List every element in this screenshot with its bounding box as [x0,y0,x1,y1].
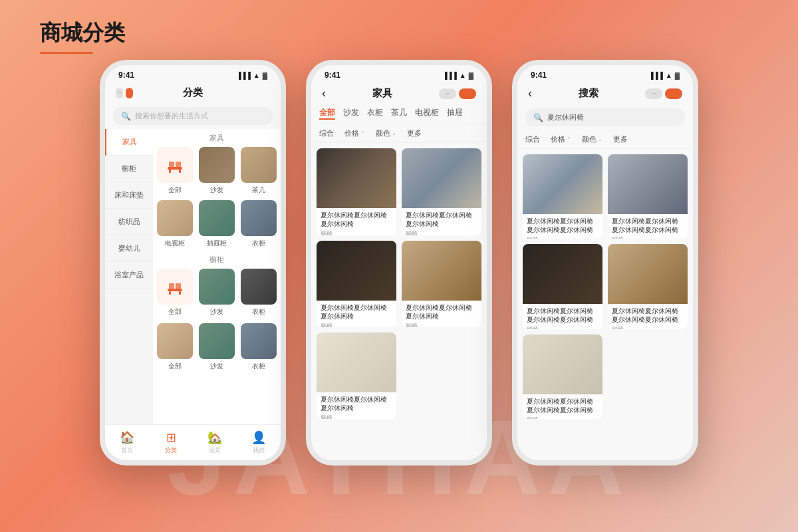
furniture-all-icon [165,155,185,175]
product-img-4 [402,241,481,301]
color-arrow-3: ⌄ [598,136,602,142]
product-card-3[interactable]: 夏尔休闲椅夏尔休闲椅夏尔休闲椅 躺椅 ¥88888.88 ¥188899.88 [317,241,396,327]
search-bar-3[interactable]: 🔍 夏尔休闲椅 [525,108,685,126]
cat-item-tvcabinet[interactable]: 电视柜 [157,200,194,248]
cat-item-table1[interactable]: 茶几 [240,147,277,195]
product-grid-2: 夏尔休闲椅夏尔休闲椅夏尔休闲椅 躺椅 ¥888 ¥1899 夏尔休闲椅夏尔休闲椅… [311,143,487,424]
sidebar-item-furniture[interactable]: 家具 [105,129,153,156]
product-img-3-4 [608,244,688,304]
filter-comprehensive-3[interactable]: 综合 [525,134,540,144]
tab-scene[interactable]: 🏡 场景 [193,430,237,455]
cat-item-wardrobe2[interactable]: 衣柜 [240,269,277,317]
cat-img-tvcabinet [157,200,193,236]
cat-item-sofa2[interactable]: 沙发 [199,269,235,317]
nav-btn-more-3[interactable]: ··· [645,88,662,99]
cat-img-wardrobe2 [241,269,277,305]
category-icon: ⊞ [166,430,176,445]
tab-all[interactable]: 全部 [319,107,335,120]
filter-color[interactable]: 颜色 ⌄ [376,128,396,138]
filter-color-3[interactable]: 颜色 ⌄ [582,134,602,144]
product-info-3: 夏尔休闲椅夏尔休闲椅夏尔休闲椅 躺椅 ¥88888.88 ¥188899.88 [317,301,396,327]
filter-price[interactable]: 价格 ⌃ [344,128,365,138]
product-card-1[interactable]: 夏尔休闲椅夏尔休闲椅夏尔休闲椅 躺椅 ¥888 ¥1899 [317,148,396,235]
search-bar-1[interactable]: 🔍 搜索你想要的生活方式 [113,107,273,125]
status-time-3: 9:41 [531,70,547,80]
product-card-3-2[interactable]: 夏尔休闲椅夏尔休闲椅夏尔休闲椅夏尔休闲椅 躺椅 ¥888 ¥1899 [608,154,688,239]
product-img-1 [317,148,396,208]
cat-item-sofa1[interactable]: 沙发 [199,147,235,195]
title-underline [40,52,93,54]
filter-bar-3: 综合 价格 ⌃ 颜色 ⌄ 更多 [517,130,693,149]
cat-label-wardrobe3: 衣柜 [252,362,265,371]
cat-item-wardrobe3[interactable]: 衣柜 [240,323,277,371]
product-info-3-4: 夏尔休闲椅夏尔休闲椅夏尔休闲椅夏尔休闲椅 躺椅 ¥888 ¥1899 [608,304,688,329]
status-bar-2: 9:41 ▐▐▐ ▲ ▓ [311,65,487,82]
cat-item-sofa3[interactable]: 沙发 [199,323,235,371]
cat-grid-3: 全部 沙发 衣柜 [157,323,277,371]
nav-btn-more-2[interactable]: ··· [439,88,456,99]
status-bar-3: 9:41 ▐▐▐ ▲ ▓ [517,65,693,82]
sidebar-item-bathroom[interactable]: 浴室产品 [105,262,153,289]
cat-item-drawer[interactable]: 抽屉柜 [199,200,235,248]
product-card-2[interactable]: 夏尔休闲椅夏尔休闲椅夏尔休闲椅 躺椅 ¥888 ¥1899 [402,148,481,235]
product-info-4: 夏尔休闲椅夏尔休闲椅夏尔休闲椅 躺椅 ¥888 ¥1899 [402,301,481,327]
status-icons-2: ▐▐▐ ▲ ▓ [443,72,473,79]
tab-sofa[interactable]: 沙发 [343,107,359,120]
tab-profile[interactable]: 👤 我的 [237,430,281,455]
tab-home-label: 首页 [121,446,133,455]
nav-bar-1: ··· 分类 [105,82,281,103]
cat-item-wardrobe1[interactable]: 衣柜 [240,200,277,248]
filter-more[interactable]: 更多 [407,128,422,138]
price-arrow: ⌃ [360,130,365,136]
product-info-5: 夏尔休闲椅夏尔休闲椅夏尔休闲椅 躺椅 ¥888 ¥1899 [317,392,396,419]
cat-img-all1 [157,147,193,183]
nav-btn-more[interactable]: ··· [116,88,123,98]
sidebar-item-cabinet[interactable]: 橱柜 [105,156,153,182]
product-card-3-5[interactable]: 夏尔休闲椅夏尔休闲椅夏尔休闲椅夏尔休闲椅 躺椅 ¥888 ¥1899 [523,334,602,419]
product-title-3: 夏尔休闲椅夏尔休闲椅夏尔休闲椅 [321,303,392,321]
tab-category[interactable]: ⊞ 分类 [149,430,193,455]
sidebar-item-bed[interactable]: 床和床垫 [105,182,153,209]
tab-teatable[interactable]: 茶几 [391,107,407,120]
phone-3-search: 9:41 ▐▐▐ ▲ ▓ ‹ 搜索 ··· 🔍 夏尔休闲椅 [512,60,698,466]
phones-container: 9:41 ▐▐▐ ▲ ▓ ··· 分类 🔍 搜索你想要的生活方式 [0,60,798,466]
svg-rect-1 [169,162,174,167]
cat-label-tvcabinet: 电视柜 [165,239,185,248]
product-card-4[interactable]: 夏尔休闲椅夏尔休闲椅夏尔休闲椅 躺椅 ¥888 ¥1899 [402,241,481,327]
tab-tvcabinet[interactable]: 电视柜 [415,107,439,120]
tab-home[interactable]: 🏠 首页 [105,430,149,455]
status-icons-1: ▐▐▐ ▲ ▓ [237,72,267,79]
status-icons-3: ▐▐▐ ▲ ▓ [649,72,680,79]
product-img-2 [402,148,481,208]
nav-btn-action-2[interactable] [459,88,476,99]
product-card-3-3[interactable]: 夏尔休闲椅夏尔休闲椅夏尔休闲椅夏尔休闲椅 躺椅 ¥888 ¥1899 [523,244,602,329]
cat-img-all3 [157,323,193,359]
nav-btn-action[interactable] [126,88,133,98]
product-card-3-1[interactable]: 夏尔休闲椅夏尔休闲椅夏尔休闲椅夏尔休闲椅 躺椅 ¥888 ¥1899 [523,154,602,239]
cat-item-all1[interactable]: 全部 [157,147,194,195]
product-card-5[interactable]: 夏尔休闲椅夏尔休闲椅夏尔休闲椅 躺椅 ¥888 ¥1899 [317,332,396,419]
svg-rect-9 [179,291,181,295]
filter-price-3[interactable]: 价格 ⌃ [551,134,571,144]
sidebar-item-baby[interactable]: 婴幼儿 [105,235,153,262]
product-card-3-4[interactable]: 夏尔休闲椅夏尔休闲椅夏尔休闲椅夏尔休闲椅 躺椅 ¥888 ¥1899 [608,244,688,329]
product-img-3-2 [608,154,688,214]
svg-rect-3 [169,170,171,173]
tab-drawer[interactable]: 抽屉 [447,107,463,120]
sidebar-item-textile[interactable]: 纺织品 [105,209,153,235]
cat-label-sofa1: 沙发 [210,186,223,195]
nav-left-1: ··· [116,88,133,98]
nav-bar-2: ‹ 家具 ··· [311,82,487,104]
filter-more-3[interactable]: 更多 [613,134,628,144]
battery-icon-2: ▓ [469,72,473,79]
search-placeholder-1: 搜索你想要的生活方式 [135,111,208,121]
battery-icon-3: ▓ [675,72,680,79]
cat-img-drawer [199,200,235,236]
cat-item-all3[interactable]: 全部 [157,323,194,371]
tab-wardrobe[interactable]: 衣柜 [367,107,383,120]
cat-label-wardrobe1: 衣柜 [252,239,265,248]
nav-title-2: 家具 [326,87,439,100]
cat-item-all2[interactable]: 全部 [157,269,194,317]
filter-comprehensive[interactable]: 综合 [319,128,334,138]
nav-btn-action-3[interactable] [665,88,682,99]
